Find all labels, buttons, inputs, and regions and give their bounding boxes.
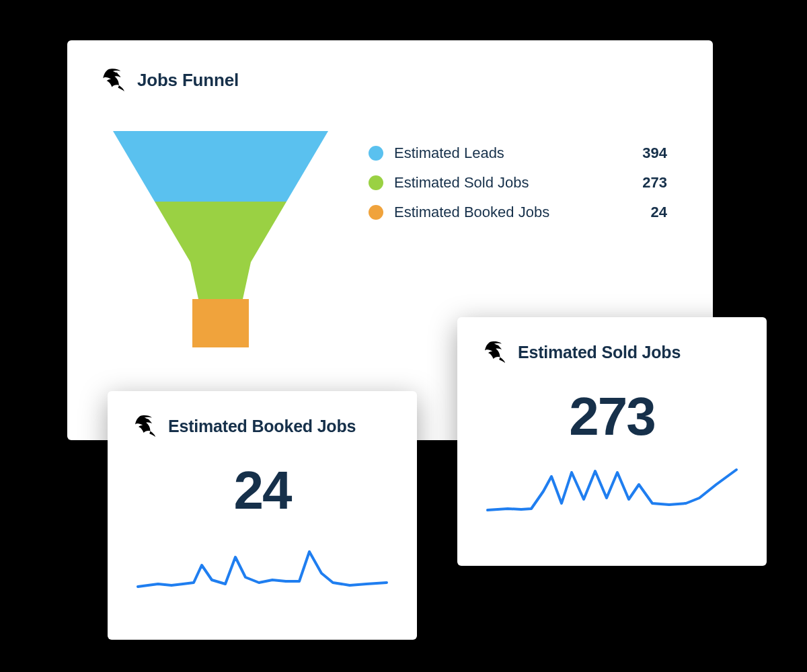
estimated-sold-card: Estimated Sold Jobs 273 [457,317,767,566]
jobsite-logo-icon [132,413,159,439]
legend-value: 24 [627,204,667,221]
estimated-booked-card: Estimated Booked Jobs 24 [108,391,417,640]
sparkline-path [138,552,387,587]
legend-dot-icon [369,146,383,161]
sold-value: 273 [482,386,742,448]
sold-title: Estimated Sold Jobs [518,343,681,362]
sold-card-header: Estimated Sold Jobs [482,339,742,366]
legend-dot-icon [369,205,383,220]
legend-row-sold: Estimated Sold Jobs 273 [369,174,667,192]
jobsite-logo-icon [100,66,128,94]
booked-sparkline [132,538,393,599]
svg-point-0 [115,73,118,75]
svg-point-2 [147,419,149,421]
legend-value: 273 [627,174,667,192]
booked-value: 24 [132,460,393,521]
booked-title: Estimated Booked Jobs [168,417,356,436]
funnel-title: Jobs Funnel [137,70,239,91]
funnel-card-header: Jobs Funnel [100,66,681,94]
sold-sparkline [482,464,742,525]
legend-row-leads: Estimated Leads 394 [369,144,667,162]
funnel-segment-sold [155,202,286,299]
legend-label: Estimated Booked Jobs [394,204,627,221]
legend-row-booked: Estimated Booked Jobs 24 [369,204,667,221]
legend-value: 394 [627,144,667,162]
legend-label: Estimated Sold Jobs [394,174,627,192]
jobsite-logo-icon [482,339,508,366]
svg-point-1 [496,345,499,347]
sparkline-path [488,470,736,510]
funnel-segment-booked [192,299,249,347]
funnel-segment-leads [113,131,328,202]
funnel-chart [100,131,342,353]
booked-card-header: Estimated Booked Jobs [132,413,393,439]
legend-label: Estimated Leads [394,144,627,162]
legend-dot-icon [369,175,383,190]
